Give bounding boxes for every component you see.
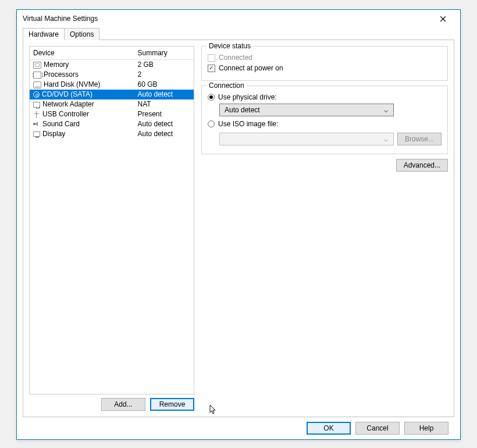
iso-path-combo: ⌵	[219, 133, 394, 145]
device-row[interactable]: Hard Disk (NVMe)60 GB	[30, 80, 194, 90]
dialog-button-bar: OK Cancel Help	[23, 417, 454, 435]
window-title: Virtual Machine Settings	[23, 15, 98, 23]
device-row[interactable]: Memory2 GB	[30, 60, 194, 70]
device-summary: 2	[134, 70, 194, 80]
device-name: Hard Disk (NVMe)	[44, 80, 100, 88]
cpu-icon	[33, 72, 41, 79]
device-summary: Auto detect	[134, 129, 194, 139]
device-summary: 2 GB	[134, 60, 194, 70]
connection-legend: Connection	[207, 81, 247, 90]
physical-drive-value: Auto detect	[225, 106, 260, 114]
dialog-window: Virtual Machine Settings Hardware Option…	[16, 9, 461, 440]
device-status-legend: Device status	[207, 42, 253, 50]
checkbox-icon: ✓	[208, 65, 215, 72]
hdd-icon	[33, 81, 41, 88]
chevron-down-icon: ⌵	[382, 106, 391, 114]
connect-at-power-on-label: Connect at power on	[219, 64, 283, 72]
device-name: Sound Card	[42, 120, 80, 128]
device-name: Network Adapter	[42, 100, 94, 108]
col-summary[interactable]: Summary	[134, 47, 194, 60]
device-row[interactable]: Sound CardAuto detect	[30, 119, 194, 129]
device-summary: 60 GB	[134, 80, 194, 90]
use-physical-drive-radio[interactable]: Use physical drive:	[208, 93, 442, 101]
checkbox-icon	[208, 54, 215, 62]
dialog-body: Hardware Options Device Summary Memory2 …	[17, 27, 460, 439]
tabstrip: Hardware Options	[23, 27, 454, 40]
group-device-status: Device status Connected ✓ Connect at pow…	[201, 46, 448, 81]
net-icon	[33, 102, 40, 108]
sound-icon	[33, 121, 40, 128]
memory-icon	[33, 62, 41, 69]
tab-options[interactable]: Options	[64, 28, 99, 40]
radio-icon	[208, 120, 215, 127]
col-device[interactable]: Device	[30, 47, 134, 60]
connect-at-power-on-checkbox[interactable]: ✓ Connect at power on	[208, 64, 442, 72]
left-buttons: Add... Remove	[29, 398, 194, 411]
device-summary: Auto detect	[134, 119, 194, 129]
use-iso-label: Use ISO image file:	[218, 120, 278, 128]
device-summary: Present	[134, 109, 194, 119]
connected-checkbox: Connected	[208, 54, 442, 62]
remove-button[interactable]: Remove	[150, 398, 194, 411]
advanced-row: Advanced...	[201, 159, 448, 172]
device-row[interactable]: CD/DVD (SATA)Auto detect	[30, 90, 194, 99]
device-name: Processors	[44, 70, 79, 79]
device-row[interactable]: Processors2	[30, 70, 194, 80]
physical-drive-combo[interactable]: Auto detect ⌵	[219, 104, 394, 116]
device-summary: Auto detect	[134, 90, 194, 99]
device-name: USB Controller	[42, 110, 89, 118]
device-row[interactable]: Network AdapterNAT	[30, 99, 194, 109]
use-iso-radio[interactable]: Use ISO image file:	[208, 120, 442, 128]
tab-panel: Device Summary Memory2 GBProcessors2Hard…	[23, 40, 454, 417]
advanced-button[interactable]: Advanced...	[396, 159, 448, 172]
display-icon	[33, 131, 40, 137]
left-column: Device Summary Memory2 GBProcessors2Hard…	[29, 46, 194, 411]
group-connection: Connection Use physical drive: Auto dete…	[201, 86, 448, 154]
tab-hardware[interactable]: Hardware	[23, 28, 65, 41]
connected-label: Connected	[219, 54, 252, 62]
device-name: CD/DVD (SATA)	[42, 90, 92, 98]
device-list[interactable]: Device Summary Memory2 GBProcessors2Hard…	[29, 46, 194, 394]
device-name: Memory	[44, 61, 69, 69]
device-row[interactable]: DisplayAuto detect	[30, 129, 194, 139]
radio-icon	[208, 94, 215, 101]
right-column: Device status Connected ✓ Connect at pow…	[194, 46, 448, 411]
close-button[interactable]	[431, 10, 454, 27]
disc-icon	[33, 91, 40, 98]
device-row[interactable]: USB ControllerPresent	[30, 109, 194, 119]
close-icon	[440, 16, 446, 22]
use-physical-drive-label: Use physical drive:	[218, 93, 277, 101]
device-summary: NAT	[134, 99, 194, 109]
titlebar: Virtual Machine Settings	[17, 10, 460, 27]
device-name: Display	[42, 130, 65, 138]
help-button[interactable]: Help	[404, 422, 448, 435]
usb-icon	[33, 111, 40, 118]
cancel-button[interactable]: Cancel	[355, 422, 400, 435]
browse-button: Browse...	[397, 133, 442, 145]
chevron-down-icon: ⌵	[382, 135, 391, 143]
add-button[interactable]: Add...	[101, 398, 145, 411]
ok-button[interactable]: OK	[307, 422, 351, 435]
